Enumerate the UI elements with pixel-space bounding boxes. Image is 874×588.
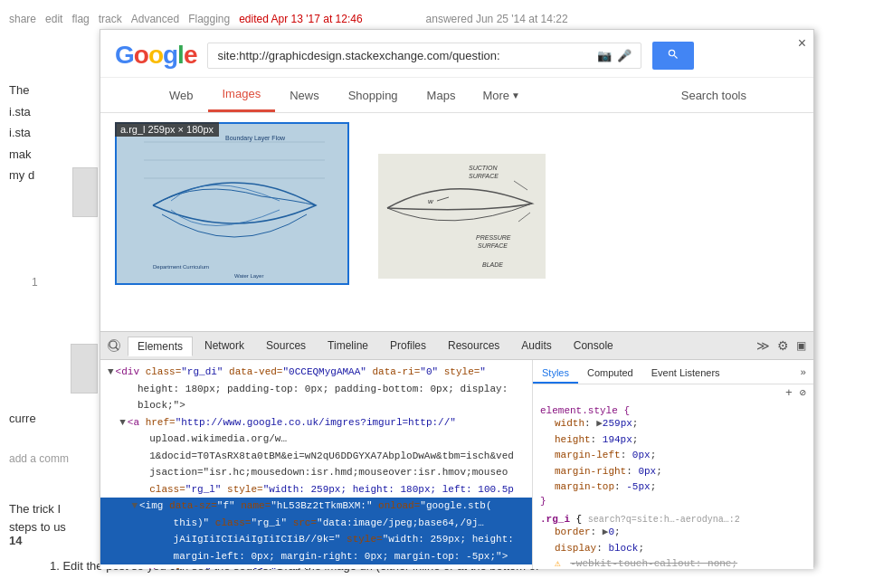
aircraft-result[interactable]: SUCTION SURFACE PRESSURE SURFACE BLADE w: [378, 136, 546, 285]
search-icons: 📷 🎤: [597, 49, 632, 62]
nav-news[interactable]: News: [275, 80, 334, 111]
search-query: site:http://graphicdesign.stackexchange.…: [217, 49, 590, 62]
svg-line-18: [116, 347, 119, 350]
dom-line: jsaction="isr.hc;mousedown:isr.hmd;mouse…: [100, 464, 532, 481]
add-comment-link[interactable]: add a comm: [9, 452, 69, 465]
bg-left-content: The i.sta i.sta mak my d: [9, 81, 34, 188]
styles-actions: + ⊘: [533, 384, 813, 402]
nav-shopping[interactable]: Shopping: [334, 80, 413, 111]
more-label: More: [482, 89, 509, 102]
edited-date: edited Apr 13 '17 at 12:46: [239, 13, 362, 25]
advanced-link[interactable]: Advanced: [131, 13, 179, 25]
devtools-panel: Elements Network Sources Timeline Profil…: [100, 331, 813, 566]
style-height: height: 194px;: [540, 432, 806, 449]
svg-rect-7: [378, 154, 546, 279]
aircraft-image: SUCTION SURFACE PRESSURE SURFACE BLADE w: [378, 154, 546, 279]
style-width: width: ▶259px;: [540, 416, 806, 432]
dom-line-highlighted[interactable]: margin-left: 0px; margin-right: 0px; mar…: [100, 548, 532, 565]
rg-i-selector: .rg_i { search?q=site:h…-aerodyna…:2: [540, 514, 806, 525]
tab-elements[interactable]: Elements: [128, 337, 193, 356]
nav-more[interactable]: More ▼: [470, 80, 533, 111]
search-bar[interactable]: site:http://graphicdesign.stackexchange.…: [207, 43, 641, 69]
tab-network[interactable]: Network: [195, 336, 254, 356]
dom-line-highlighted[interactable]: jAiIgIiICIiAiIgIiICIiB//9k=" style="widt…: [100, 531, 532, 548]
expand-icon[interactable]: ≫: [756, 338, 770, 353]
svg-text:BLADE: BLADE: [482, 261, 503, 268]
track-link[interactable]: track: [99, 13, 122, 25]
add-style-icon[interactable]: +: [785, 386, 793, 400]
chevron-down-icon: ▼: [511, 90, 520, 100]
nav-maps[interactable]: Maps: [413, 80, 470, 111]
answered-date: answered Jun 25 '14 at 14:22: [426, 13, 568, 25]
search-button[interactable]: [652, 42, 694, 70]
svg-text:SUCTION: SUCTION: [469, 165, 498, 171]
filter-icon[interactable]: ⊘: [800, 386, 806, 400]
nav-images[interactable]: Images: [208, 78, 276, 112]
styles-more[interactable]: »: [793, 364, 813, 384]
styles-tab-styles[interactable]: Styles: [533, 364, 578, 384]
dom-line: ▼<a href="http://www.google.co.uk/imgres…: [100, 414, 532, 432]
devtools-body: ▼<div class="rg_di" data-ved="0CCEQMygAM…: [100, 360, 813, 569]
tab-console[interactable]: Console: [564, 336, 623, 356]
element-style-selector: element.style {: [540, 405, 806, 416]
dom-line-highlighted[interactable]: this)" class="rg_i" src="data:image/jpeg…: [100, 515, 532, 532]
tab-profiles[interactable]: Profiles: [380, 336, 436, 356]
bg-currently: curre: [0, 412, 45, 425]
dom-line: ▶<div class="_R4 rg_llm">…</div>: [100, 564, 532, 569]
dock-icon[interactable]: ▣: [796, 339, 806, 352]
flagging-link[interactable]: Flagging: [188, 13, 230, 25]
rg-i-style-block: .rg_i { search?q=site:h…-aerodyna…:2 bor…: [533, 510, 813, 569]
flag-link[interactable]: flag: [71, 13, 89, 25]
nav-web[interactable]: Web: [155, 80, 208, 111]
element-style-close: }: [540, 496, 806, 507]
dom-line-highlighted[interactable]: ▼<img data-sz="f" name="hL53Bz2tTkmBXM:"…: [100, 498, 532, 515]
tab-sources[interactable]: Sources: [256, 336, 316, 356]
svg-point-17: [109, 341, 117, 348]
devtools-action-icons: ≫ ⚙ ▣: [756, 338, 806, 353]
svg-text:SURFACE: SURFACE: [478, 242, 508, 249]
edit-link[interactable]: edit: [45, 13, 62, 25]
settings-icon[interactable]: ⚙: [777, 338, 789, 353]
svg-text:Department Curriculum: Department Curriculum: [153, 264, 209, 270]
svg-text:SURFACE: SURFACE: [469, 173, 499, 179]
style-margin-top: margin-top: -5px;: [540, 479, 806, 496]
dom-line: height: 180px; padding-top: 0px; padding…: [100, 381, 532, 398]
dimension-tooltip: a.rg_l 259px × 180px: [115, 122, 219, 137]
element-style-block: element.style { width: ▶259px; height: 1…: [533, 402, 813, 510]
styles-tab-event-listeners[interactable]: Event Listeners: [642, 364, 729, 384]
devtools-search-icon[interactable]: [108, 339, 120, 352]
devtools-toolbar: Elements Network Sources Timeline Profil…: [100, 332, 813, 360]
tab-resources[interactable]: Resources: [438, 336, 509, 356]
tooltip-text: a.rg_l 259px × 180px: [120, 124, 214, 135]
svg-text:Boundary Layer Flow: Boundary Layer Flow: [225, 135, 286, 142]
svg-text:Water Layer: Water Layer: [234, 273, 263, 279]
bg-steps-text: steps to us: [9, 520, 66, 534]
style-webkit-touch: ⚠ -webkit-touch-callout: none;: [540, 556, 806, 569]
share-link[interactable]: share: [9, 13, 36, 25]
tab-audits[interactable]: Audits: [511, 336, 561, 356]
bg-trick-text: The trick I: [9, 502, 61, 516]
bg-thumbnail: [72, 167, 98, 217]
mic-icon[interactable]: 🎤: [617, 49, 632, 62]
tab-timeline[interactable]: Timeline: [318, 336, 378, 356]
dom-panel[interactable]: ▼<div class="rg_di" data-ved="0CCEQMygAM…: [100, 360, 533, 569]
svg-text:PRESSURE: PRESSURE: [476, 234, 511, 241]
styles-tabs: Styles Computed Event Listeners »: [533, 364, 813, 384]
dom-line: ▼<div class="rg_di" data-ved="0CCEQMygAM…: [100, 364, 532, 381]
dom-line: 1&docid=T0TAsRX8ta0tBM&ei=wN2qU6DDGYXA7A…: [100, 448, 532, 465]
blueprint-result[interactable]: Boundary Layer Flow Department Curriculu…: [115, 122, 349, 285]
styles-tab-computed[interactable]: Computed: [578, 364, 642, 384]
blueprint-image: Boundary Layer Flow Department Curriculu…: [115, 122, 349, 285]
bg-vote-count: 1: [32, 276, 38, 289]
bg-thumbnail2: [71, 344, 98, 394]
camera-icon[interactable]: 📷: [597, 49, 612, 62]
close-button[interactable]: ×: [798, 35, 806, 52]
dom-line: upload.wikimedia.org/w…: [100, 431, 532, 448]
style-margin-left: margin-left: 0px;: [540, 448, 806, 464]
google-logo: Google: [115, 41, 196, 70]
image-results-area: Boundary Layer Flow Department Curriculu…: [100, 113, 813, 294]
dom-line: class="rg_l" style="width: 259px; height…: [100, 481, 532, 498]
style-display: display: block;: [540, 541, 806, 557]
nav-search-tools[interactable]: Search tools: [669, 80, 759, 111]
google-nav: Web Images News Shopping Maps More ▼ Sea…: [100, 78, 813, 113]
